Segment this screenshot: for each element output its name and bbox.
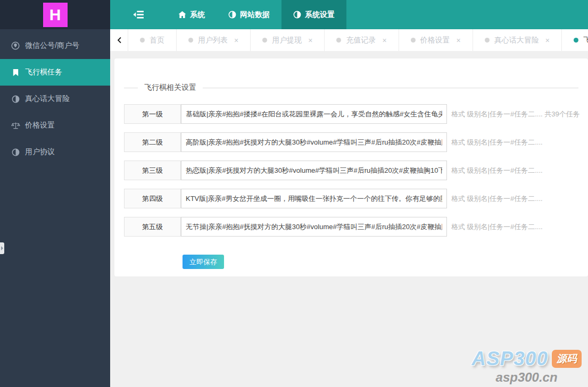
- watermark-domain: asp300.cn: [471, 370, 582, 385]
- contrast-icon: [11, 147, 20, 157]
- tab-dot-icon: [262, 38, 267, 43]
- tab-close-icon[interactable]: ×: [382, 36, 386, 45]
- sidebar-item-wechat-account[interactable]: 微信公号/商户号: [0, 32, 110, 59]
- chevron-right-icon: [1, 246, 3, 250]
- tab-dot-icon: [574, 38, 578, 43]
- tab-label: 价格设置: [420, 36, 450, 45]
- tab-flight-chess-tasks[interactable]: 飞行棋任务: [561, 29, 588, 51]
- level-3-tasks-input[interactable]: [181, 161, 447, 180]
- sidebar-item-flight-chess-tasks[interactable]: 飞行棋任务: [0, 59, 110, 86]
- logo-area: H: [0, 0, 110, 29]
- tab-label: 充值记录: [346, 36, 376, 45]
- contrast-icon: [11, 94, 20, 104]
- row-label: 第三级: [124, 161, 181, 180]
- scales-icon: [11, 121, 20, 130]
- topbar-item-system-settings[interactable]: 系统设置: [281, 0, 346, 29]
- topbar-item-system[interactable]: 系统: [167, 0, 217, 29]
- form-row-level-4: 第四级 格式 级别名|任务一#任务二....: [124, 189, 588, 208]
- sidebar-item-label: 价格设置: [25, 121, 55, 130]
- sidebar-item-label: 用户协议: [25, 147, 55, 157]
- sidebar-item-truth-or-dare[interactable]: 真心话大冒险: [0, 86, 110, 112]
- watermark: ASP300 源码 asp300.cn: [471, 348, 582, 385]
- sidebar: H 微信公号/商户号 飞行棋任务 真心话大冒险: [0, 0, 110, 387]
- tab-label: 飞行棋任务: [583, 36, 588, 45]
- row-hint: 格式 级别名|任务一#任务二....: [451, 138, 543, 147]
- tab-user-withdraw[interactable]: 用户提现 ×: [250, 29, 324, 51]
- save-button[interactable]: 立即保存: [183, 255, 224, 269]
- tab-dot-icon: [411, 38, 416, 43]
- form-row-level-5: 第五级 格式 级别名|任务一#任务二....: [124, 217, 588, 237]
- home-icon: [178, 11, 186, 19]
- form-row-level-1: 第一级 格式 级别名|任务一#任务二.... 共39个任务: [124, 104, 588, 124]
- row-hint: 格式 级别名|任务一#任务二....: [451, 222, 543, 232]
- legend-line: [124, 88, 138, 88]
- wechat-pin-icon: [11, 41, 20, 51]
- row-hint: 格式 级别名|任务一#任务二....: [451, 166, 543, 175]
- topbar-item-label: 网站数据: [240, 10, 270, 20]
- sidebar-toggle-icon[interactable]: [131, 0, 145, 29]
- form-row-level-2: 第二级 格式 级别名|任务一#任务二....: [124, 132, 588, 152]
- watermark-brand: ASP300: [471, 348, 548, 370]
- tab-dot-icon: [485, 38, 490, 43]
- tab-price-settings[interactable]: 价格设置 ×: [399, 29, 473, 51]
- tab-dot-icon: [140, 38, 145, 43]
- tab-close-icon[interactable]: ×: [457, 36, 461, 45]
- tab-user-list[interactable]: 用户列表 ×: [176, 29, 250, 51]
- tab-label: 首页: [150, 36, 164, 45]
- contrast-icon: [293, 11, 301, 19]
- tab-dot-icon: [336, 38, 341, 43]
- tab-truth-or-dare[interactable]: 真心话大冒险 ×: [473, 29, 561, 51]
- app-logo[interactable]: H: [43, 3, 68, 27]
- legend-line: [203, 88, 578, 88]
- sidebar-menu: 微信公号/商户号 飞行棋任务 真心话大冒险 价格设置: [0, 29, 110, 165]
- topbar-item-site-data[interactable]: 网站数据: [217, 0, 281, 29]
- tab-close-icon[interactable]: ×: [308, 36, 312, 45]
- settings-panel: 飞行棋相关设置 第一级 格式 级别名|任务一#任务二.... 共39个任务 第二…: [114, 58, 588, 276]
- form-row-level-3: 第三级 格式 级别名|任务一#任务二....: [124, 161, 588, 180]
- tab-label: 用户提现: [272, 36, 302, 45]
- watermark-brand-row: ASP300 源码: [471, 348, 582, 370]
- tab-home[interactable]: 首页: [128, 29, 176, 51]
- tab-close-icon[interactable]: ×: [545, 36, 550, 45]
- watermark-badge: 源码: [552, 350, 582, 368]
- panel-collapse-handle[interactable]: [0, 242, 4, 254]
- tab-label: 真心话大冒险: [494, 36, 539, 45]
- tab-recharge-records[interactable]: 充值记录 ×: [324, 29, 398, 51]
- contrast-icon: [228, 11, 236, 19]
- tab-dot-icon: [188, 38, 193, 43]
- level-4-tasks-input[interactable]: [181, 189, 447, 208]
- sidebar-item-user-agreement[interactable]: 用户协议: [0, 139, 110, 165]
- level-1-tasks-input[interactable]: [181, 104, 447, 124]
- sidebar-item-price-settings[interactable]: 价格设置: [0, 112, 110, 139]
- row-label: 第二级: [124, 132, 181, 152]
- tab-close-icon[interactable]: ×: [234, 36, 238, 45]
- topbar-nav: 系统 网站数据 系统设置: [167, 0, 346, 29]
- tabs-scroll-left-icon[interactable]: [110, 29, 128, 51]
- level-2-tasks-input[interactable]: [181, 132, 447, 152]
- row-label: 第一级: [124, 104, 181, 124]
- row-label: 第五级: [124, 217, 181, 237]
- sidebar-item-label: 真心话大冒险: [25, 94, 70, 104]
- fieldset-legend: 飞行棋相关设置: [124, 83, 578, 92]
- admin-app: H 微信公号/商户号 飞行棋任务 真心话大冒险: [0, 0, 588, 387]
- tab-label: 用户列表: [198, 36, 228, 45]
- bookmark-icon: [11, 68, 20, 77]
- form-rows: 第一级 格式 级别名|任务一#任务二.... 共39个任务 第二级 格式 级别名…: [124, 104, 588, 237]
- legend-title: 飞行棋相关设置: [138, 83, 203, 92]
- level-5-tasks-input[interactable]: [181, 217, 447, 237]
- row-hint: 格式 级别名|任务一#任务二....: [451, 194, 543, 204]
- topbar: 系统 网站数据 系统设置: [110, 0, 588, 29]
- row-hint: 格式 级别名|任务一#任务二.... 共39个任务: [451, 110, 580, 119]
- tabbar: 首页 用户列表 × 用户提现 × 充值记录 × 价格设置 × 真心话大冒险 ×: [110, 29, 588, 51]
- topbar-item-label: 系统设置: [305, 10, 335, 20]
- row-label: 第四级: [124, 189, 181, 208]
- sidebar-item-label: 飞行棋任务: [25, 68, 62, 77]
- topbar-item-label: 系统: [190, 10, 205, 20]
- sidebar-item-label: 微信公号/商户号: [25, 41, 79, 51]
